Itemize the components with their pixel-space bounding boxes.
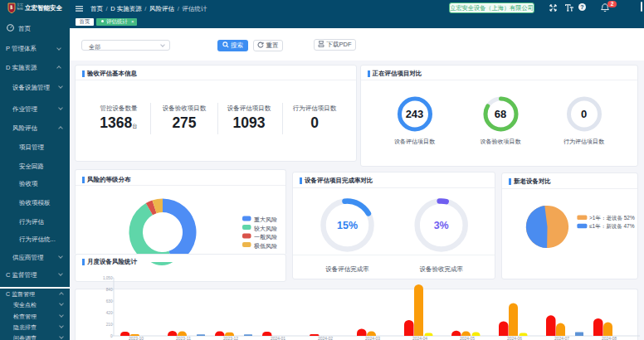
svg-text:2023-11: 2023-11 xyxy=(176,337,191,340)
svg-text:2024-02: 2024-02 xyxy=(318,337,333,340)
svg-text:2024-06: 2024-06 xyxy=(507,337,522,340)
svg-text:2023-12: 2023-12 xyxy=(223,337,238,340)
svg-text:2024-08: 2024-08 xyxy=(602,337,617,340)
svg-text:210: 210 xyxy=(106,323,113,327)
svg-text:630: 630 xyxy=(106,299,113,304)
svg-text:420: 420 xyxy=(106,311,113,315)
svg-text:2024-05: 2024-05 xyxy=(460,337,475,340)
svg-text:2024-03: 2024-03 xyxy=(365,337,380,340)
svg-text:840: 840 xyxy=(106,288,113,292)
svg-text:2024-04: 2024-04 xyxy=(412,337,427,340)
svg-text:2023-10: 2023-10 xyxy=(129,337,144,340)
svg-text:2024-07: 2024-07 xyxy=(554,337,569,340)
svg-text:1,050: 1,050 xyxy=(103,276,113,280)
svg-text:2024-01: 2024-01 xyxy=(271,337,285,340)
